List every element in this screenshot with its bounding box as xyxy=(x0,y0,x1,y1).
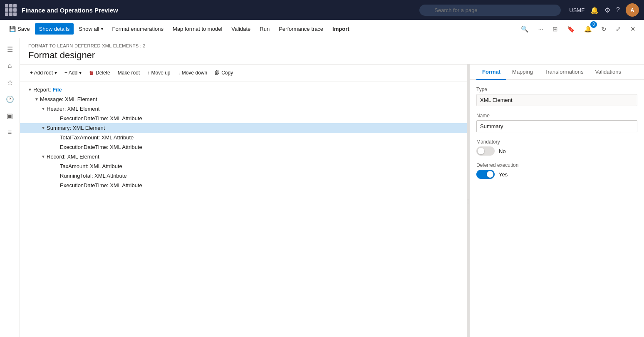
sidebar-menu-icon[interactable]: ☰ xyxy=(2,42,17,57)
save-icon: 💾 xyxy=(9,26,16,32)
top-bar-right: USMF 🔔 ⚙ ? A xyxy=(569,3,639,17)
map-format-to-model-button[interactable]: Map format to model xyxy=(168,23,226,35)
tree-item-message[interactable]: ▼ Message: XML Element xyxy=(20,94,467,104)
tab-format[interactable]: Format xyxy=(476,64,506,80)
add-button[interactable]: + Add ▾ xyxy=(61,68,85,78)
collapse-icon-summary[interactable]: ▼ xyxy=(40,126,47,130)
deferred-toggle-row: Yes xyxy=(476,170,637,179)
delete-button[interactable]: 🗑 Delete xyxy=(86,68,114,78)
tree-item-runningtotal[interactable]: RunningTotal: XML Attribute xyxy=(20,171,467,181)
main-layout: ☰ ⌂ ☆ 🕐 ▣ ≡ FORMAT TO LEARN DEFERRED XML… xyxy=(0,38,644,337)
type-value: XML Element xyxy=(476,94,637,106)
search-cmd-icon[interactable]: 🔍 xyxy=(518,23,532,35)
deferred-field-group: Deferred execution Yes xyxy=(476,162,637,179)
open-new-cmd-icon[interactable]: ⤢ xyxy=(612,23,624,35)
format-enumerations-button[interactable]: Format enumerations xyxy=(108,23,168,35)
collapse-icon-header[interactable]: ▼ xyxy=(40,107,47,111)
sidebar-recent-icon[interactable]: 🕐 xyxy=(2,92,17,107)
mandatory-value-label: No xyxy=(499,148,506,154)
tree-item-execdt2[interactable]: ExecutionDateTime: XML Attribute xyxy=(20,142,467,152)
show-all-button[interactable]: Show all ▾ xyxy=(74,23,107,35)
name-field-group: Name xyxy=(476,113,637,132)
global-search-input[interactable] xyxy=(419,5,561,16)
help-icon[interactable]: ? xyxy=(616,6,620,14)
collapse-icon-message[interactable]: ▼ xyxy=(33,97,40,102)
command-bar: 💾 Save Show details Show all ▾ Format en… xyxy=(0,20,644,38)
name-input[interactable] xyxy=(476,120,637,132)
save-button[interactable]: 💾 Save xyxy=(5,23,34,35)
tab-mapping[interactable]: Mapping xyxy=(506,64,539,80)
tree-item-taxamount[interactable]: TaxAmount: XML Attribute xyxy=(20,161,467,171)
mandatory-toggle[interactable] xyxy=(476,146,495,156)
notification-badge: 0 xyxy=(590,21,597,28)
tree-item-report[interactable]: ▼ Report: File xyxy=(20,85,467,94)
designer-area: + Add root ▾ + Add ▾ 🗑 Delete Make root xyxy=(20,64,644,337)
show-details-button[interactable]: Show details xyxy=(35,23,74,35)
sidebar-favorite-icon[interactable]: ☆ xyxy=(2,75,17,90)
mandatory-label: Mandatory xyxy=(476,139,637,145)
performance-trace-button[interactable]: Performance trace xyxy=(275,23,327,35)
right-panel-tabs: Format Mapping Transformations Validatio… xyxy=(470,64,644,80)
notification-wrapper: 🔔 0 xyxy=(581,23,595,35)
tree-item-header[interactable]: ▼ Header: XML Element xyxy=(20,104,467,114)
tree-item-execdt3[interactable]: ExecutionDateTime: XML Attribute xyxy=(20,181,467,190)
refresh-cmd-icon[interactable]: ↻ xyxy=(598,23,610,35)
cmd-right-icons: 🔍 ··· ⊞ 🔖 🔔 0 ↻ ⤢ ✕ xyxy=(518,23,639,35)
top-bar: Finance and Operations Preview 🔍 USMF 🔔 … xyxy=(0,0,644,20)
more-cmd-icon[interactable]: ··· xyxy=(535,23,547,35)
tree-item-record[interactable]: ▼ Record: XML Element xyxy=(20,152,467,161)
bookmark-cmd-icon[interactable]: 🔖 xyxy=(564,23,578,35)
type-label: Type xyxy=(476,87,637,92)
move-down-button[interactable]: ↓ Move down xyxy=(174,68,211,78)
deferred-value-label: Yes xyxy=(499,171,508,178)
page-title: Format designer xyxy=(28,50,636,61)
sidebar-home-icon[interactable]: ⌂ xyxy=(2,58,17,73)
add-root-button[interactable]: + Add root ▾ xyxy=(27,68,60,78)
add-root-chevron-icon: ▾ xyxy=(54,70,57,76)
app-grid-icon[interactable] xyxy=(5,4,17,16)
right-panel: Format Mapping Transformations Validatio… xyxy=(469,64,644,337)
validate-button[interactable]: Validate xyxy=(227,23,255,35)
tab-validations[interactable]: Validations xyxy=(589,64,627,80)
grid-cmd-icon[interactable]: ⊞ xyxy=(549,23,561,35)
mandatory-toggle-row: No xyxy=(476,146,637,156)
tab-transformations[interactable]: Transformations xyxy=(539,64,589,80)
deferred-label: Deferred execution xyxy=(476,162,637,168)
copy-button[interactable]: 🗐 Copy xyxy=(211,68,236,78)
tree-item-totaltax[interactable]: TotalTaxAmount: XML Attribute xyxy=(20,133,467,142)
tree-toolbar: + Add root ▾ + Add ▾ 🗑 Delete Make root xyxy=(20,64,467,82)
close-cmd-icon[interactable]: ✕ xyxy=(627,23,639,35)
deferred-toggle[interactable] xyxy=(476,170,495,179)
sidebar-list-icon[interactable]: ≡ xyxy=(2,125,17,140)
app-title: Finance and Operations Preview xyxy=(22,7,416,14)
bell-icon[interactable]: 🔔 xyxy=(590,6,599,14)
mandatory-toggle-thumb xyxy=(478,148,484,154)
tree-panel: ▼ Report: File ▼ Message: XML Element ▼ … xyxy=(20,82,467,337)
breadcrumb: FORMAT TO LEARN DEFERRED XML ELEMENTS : … xyxy=(28,43,636,48)
collapse-icon-record[interactable]: ▼ xyxy=(40,154,47,159)
page-header: FORMAT TO LEARN DEFERRED XML ELEMENTS : … xyxy=(20,38,644,64)
sidebar-workspace-icon[interactable]: ▣ xyxy=(2,108,17,123)
make-root-button[interactable]: Make root xyxy=(114,68,143,78)
content-area: FORMAT TO LEARN DEFERRED XML ELEMENTS : … xyxy=(20,38,644,337)
deferred-toggle-thumb xyxy=(487,171,493,178)
add-chevron-icon: ▾ xyxy=(79,70,82,76)
name-label: Name xyxy=(476,113,637,119)
type-field-group: Type XML Element xyxy=(476,87,637,106)
tree-item-execdt1[interactable]: ExecutionDateTime: XML Attribute xyxy=(20,114,467,123)
settings-icon[interactable]: ⚙ xyxy=(604,6,610,14)
right-panel-content: Type XML Element Name Mandatory xyxy=(470,80,644,337)
user-label: USMF xyxy=(569,7,585,13)
left-sidebar: ☰ ⌂ ☆ 🕐 ▣ ≡ xyxy=(0,38,20,337)
show-all-chevron-icon: ▾ xyxy=(101,27,103,31)
tree-item-summary[interactable]: ▼ Summary: XML Element xyxy=(20,123,467,133)
collapse-icon-report[interactable]: ▼ xyxy=(27,87,33,92)
import-button[interactable]: Import xyxy=(328,23,353,35)
run-button[interactable]: Run xyxy=(255,23,274,35)
avatar[interactable]: A xyxy=(626,3,639,17)
mandatory-field-group: Mandatory No xyxy=(476,139,637,156)
move-up-button[interactable]: ↑ Move up xyxy=(144,68,173,78)
